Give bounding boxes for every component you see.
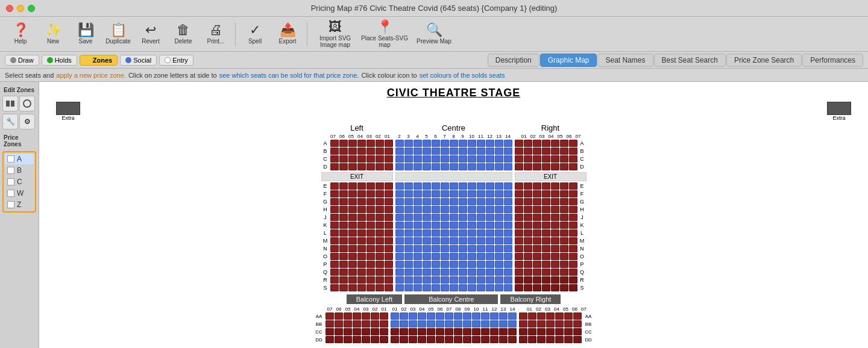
seat[interactable] <box>436 312 444 320</box>
seat[interactable] <box>477 214 485 221</box>
seat[interactable] <box>459 276 467 284</box>
seat[interactable] <box>560 140 568 147</box>
seat[interactable] <box>376 222 384 229</box>
seat[interactable] <box>366 245 375 252</box>
seat[interactable] <box>353 336 361 343</box>
seat[interactable] <box>533 229 541 237</box>
seat[interactable] <box>380 312 388 320</box>
seat[interactable] <box>515 245 523 252</box>
seat[interactable] <box>423 237 431 244</box>
seat[interactable] <box>468 155 476 163</box>
seat[interactable] <box>551 148 559 155</box>
seat[interactable] <box>395 276 404 284</box>
seat[interactable] <box>385 222 393 229</box>
seat[interactable] <box>395 222 404 229</box>
seat[interactable] <box>573 336 582 343</box>
seat[interactable] <box>495 269 503 276</box>
seat[interactable] <box>414 229 422 237</box>
seat[interactable] <box>542 198 550 205</box>
seat[interactable] <box>495 206 503 213</box>
seat[interactable] <box>528 320 536 328</box>
seat[interactable] <box>450 222 458 229</box>
seat[interactable] <box>477 140 485 147</box>
seat[interactable] <box>508 328 517 335</box>
seat[interactable] <box>348 237 357 244</box>
seat[interactable] <box>490 336 498 343</box>
seat[interactable] <box>569 140 577 147</box>
seat[interactable] <box>450 276 458 284</box>
zone-tool-3[interactable]: 🔧 <box>2 114 18 129</box>
seat[interactable] <box>357 284 366 291</box>
seat[interactable] <box>376 276 384 284</box>
seat[interactable] <box>395 237 404 244</box>
seat[interactable] <box>423 190 431 197</box>
seat[interactable] <box>495 253 503 260</box>
seat[interactable] <box>495 148 503 155</box>
seat[interactable] <box>362 320 370 328</box>
seat[interactable] <box>524 245 532 252</box>
seat[interactable] <box>481 328 489 335</box>
seat[interactable] <box>486 261 494 268</box>
seat[interactable] <box>414 198 422 205</box>
seat[interactable] <box>414 155 422 163</box>
seat[interactable] <box>353 320 361 328</box>
seat[interactable] <box>326 320 334 328</box>
seat[interactable] <box>477 269 485 276</box>
seat[interactable] <box>486 182 494 190</box>
seat[interactable] <box>533 140 541 147</box>
seat[interactable] <box>495 155 503 163</box>
seat[interactable] <box>432 284 440 291</box>
seat[interactable] <box>551 163 559 170</box>
maximize-button[interactable] <box>28 5 35 12</box>
seat[interactable] <box>495 276 503 284</box>
seat[interactable] <box>395 155 404 163</box>
seat[interactable] <box>551 261 559 268</box>
seat[interactable] <box>441 245 449 252</box>
seat[interactable] <box>366 140 375 147</box>
seat[interactable] <box>348 269 357 276</box>
seat[interactable] <box>366 198 375 205</box>
seat[interactable] <box>459 245 467 252</box>
zone-tool-1[interactable] <box>2 96 18 111</box>
preview-map-button[interactable]: 🔍 Preview Map <box>410 19 458 50</box>
seat[interactable] <box>441 229 449 237</box>
seat[interactable] <box>515 198 523 205</box>
zone-tool-2[interactable] <box>19 96 35 111</box>
seat[interactable] <box>463 336 471 343</box>
seat[interactable] <box>477 245 485 252</box>
entry-tool-button[interactable]: Entry <box>159 55 193 66</box>
seat[interactable] <box>414 163 422 170</box>
seat[interactable] <box>445 320 453 328</box>
seat[interactable] <box>414 140 422 147</box>
seat[interactable] <box>414 148 422 155</box>
seat[interactable] <box>450 253 458 260</box>
seat[interactable] <box>404 140 413 147</box>
seat[interactable] <box>459 163 467 170</box>
apply-price-zone-link[interactable]: apply a new price zone. <box>56 72 126 79</box>
seat[interactable] <box>564 312 573 320</box>
seat[interactable] <box>551 245 559 252</box>
seat[interactable] <box>463 328 471 335</box>
seat[interactable] <box>376 269 384 276</box>
seat[interactable] <box>385 206 393 213</box>
seat[interactable] <box>569 148 577 155</box>
seat[interactable] <box>504 214 512 221</box>
seat[interactable] <box>445 336 453 343</box>
seat[interactable] <box>560 148 568 155</box>
seat[interactable] <box>459 237 467 244</box>
seat[interactable] <box>468 237 476 244</box>
seat[interactable] <box>441 182 449 190</box>
price-zone-z[interactable]: Z <box>5 199 34 210</box>
seat[interactable] <box>486 214 494 221</box>
seat[interactable] <box>515 140 523 147</box>
seat[interactable] <box>495 190 503 197</box>
seat[interactable] <box>569 163 577 170</box>
seat[interactable] <box>468 190 476 197</box>
seat[interactable] <box>504 206 512 213</box>
seat[interactable] <box>432 253 440 260</box>
seat[interactable] <box>481 336 489 343</box>
import-svg-button[interactable]: 🖼 Import SVG Image map <box>311 19 359 50</box>
seat[interactable] <box>486 163 494 170</box>
seat[interactable] <box>357 206 366 213</box>
seat[interactable] <box>391 336 399 343</box>
